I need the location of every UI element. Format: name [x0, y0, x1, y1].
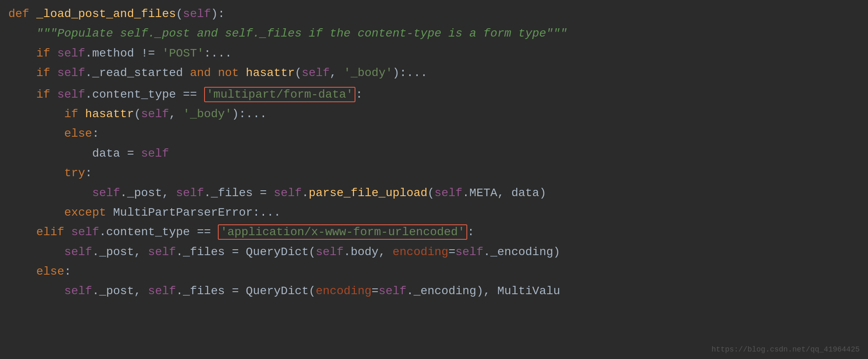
- line-content: else:: [8, 263, 868, 280]
- line-content: data = self: [8, 145, 868, 162]
- token-op: =: [449, 246, 456, 258]
- token-op: =: [372, 285, 379, 298]
- token-op: !=: [141, 47, 162, 60]
- token-kw: except: [64, 206, 113, 219]
- token-self-kw: self: [141, 147, 169, 160]
- code-line: """Populate self._post and self._files i…: [0, 24, 868, 43]
- line-content: """Populate self._post and self._files i…: [8, 25, 868, 42]
- token-var: _encoding: [491, 246, 553, 258]
- token-op: =: [232, 285, 246, 298]
- line-content: self._post, self._files = QueryDict(enco…: [8, 282, 868, 300]
- line-content: if self.content_type == 'multipart/form-…: [8, 86, 868, 103]
- token-punct: ): [553, 246, 560, 258]
- token-var: META: [469, 187, 497, 199]
- line-content: if self._read_started and not hasattr(se…: [8, 64, 868, 82]
- code-line: self._post, self._files = QueryDict(self…: [0, 242, 868, 262]
- token-punct: .: [407, 285, 414, 298]
- line-content: except MultiPartParserError:...: [8, 204, 868, 221]
- line-content: self._post, self._files = self.parse_fil…: [8, 184, 868, 202]
- token-punct: ):: [211, 7, 225, 20]
- token-var: content_type: [92, 88, 183, 101]
- token-param: encoding: [316, 285, 371, 298]
- token-op: ==: [183, 88, 204, 101]
- token-op: =: [127, 147, 141, 160]
- token-punct: .: [204, 187, 211, 199]
- token-self-kw: self: [64, 285, 92, 298]
- token-op: =: [232, 246, 246, 258]
- token-punct: .: [344, 246, 351, 258]
- token-var: _files: [183, 246, 232, 258]
- token-indent: [8, 127, 64, 140]
- token-self-kw: self: [183, 7, 211, 20]
- token-param: encoding: [392, 246, 448, 258]
- code-line: else:: [0, 262, 868, 281]
- token-var: data: [92, 147, 127, 160]
- token-kw: not: [218, 66, 246, 79]
- token-kw: else: [64, 127, 92, 140]
- token-fn: _load_post_and_files: [36, 7, 176, 20]
- token-op: ==: [197, 226, 218, 239]
- token-punct: :: [253, 206, 260, 219]
- token-punct: .: [85, 88, 92, 101]
- token-self-kw: self: [176, 187, 204, 199]
- token-punct: ,: [162, 187, 176, 199]
- token-self-kw: self: [57, 47, 85, 60]
- token-indent: [8, 167, 64, 180]
- token-punct: :: [355, 88, 362, 101]
- url-text: https://blog.csdn.net/qq_41964425: [712, 344, 860, 356]
- line-content: elif self.content_type == 'application/x…: [8, 223, 868, 241]
- token-fn: hasattr: [246, 66, 295, 79]
- token-self-kw: self: [57, 66, 85, 79]
- token-docstring: """Populate self._post and self._files i…: [36, 27, 567, 40]
- token-punct: .: [92, 285, 99, 298]
- token-var: body: [350, 246, 378, 258]
- token-indent: [8, 246, 64, 258]
- code-container: def _load_post_and_files(self): """Popul…: [0, 0, 868, 305]
- code-line: self._post, self._files = self.parse_fil…: [0, 183, 868, 203]
- token-fn: hasattr: [85, 108, 134, 120]
- token-kw: if: [36, 47, 57, 60]
- token-punct: .: [462, 187, 469, 199]
- token-self-kw: self: [141, 108, 169, 120]
- code-line: self._post, self._files = QueryDict(enco…: [0, 281, 868, 301]
- token-cls: QueryDict: [246, 246, 308, 258]
- token-indent: [8, 187, 92, 199]
- token-kw: elif: [36, 226, 71, 239]
- token-self-kw: self: [71, 226, 99, 239]
- token-var: method: [92, 47, 141, 60]
- token-ellipsis: ...: [407, 66, 427, 79]
- token-punct: (: [309, 285, 316, 298]
- token-punct: ):: [232, 108, 246, 120]
- token-self-kw: self: [92, 187, 120, 199]
- line-content: def _load_post_and_files(self):: [8, 5, 868, 23]
- token-indent: [8, 47, 36, 60]
- token-punct: :: [467, 226, 474, 239]
- token-op: =: [260, 187, 274, 199]
- token-indent: [8, 226, 36, 239]
- token-punct: .: [302, 187, 309, 199]
- token-indent: [8, 285, 64, 298]
- token-indent: [8, 27, 36, 40]
- token-kw: try: [64, 167, 85, 180]
- token-punct: ,: [497, 187, 511, 199]
- token-punct: ):: [392, 66, 407, 79]
- code-line: else:: [0, 124, 868, 143]
- token-punct: ,: [330, 66, 344, 79]
- token-self-kw: self: [148, 246, 176, 258]
- token-method: parse_file_upload: [309, 187, 428, 199]
- token-kw: else: [36, 265, 64, 278]
- line-content: if hasattr(self, '_body'):...: [8, 105, 868, 123]
- token-var: _encoding: [414, 285, 476, 298]
- token-var: _post: [99, 285, 134, 298]
- token-var: content_type: [106, 226, 197, 239]
- token-punct: .: [176, 246, 183, 258]
- code-line: if self._read_started and not hasattr(se…: [0, 63, 868, 83]
- token-kw: and: [190, 66, 218, 79]
- token-punct: ,: [134, 285, 148, 298]
- code-line: except MultiPartParserError:...: [0, 203, 868, 222]
- token-punct: ,: [134, 246, 148, 258]
- token-self-kw: self: [302, 66, 330, 79]
- token-indent: [8, 108, 64, 120]
- token-ellipsis: ...: [260, 206, 281, 219]
- token-ellipsis: ...: [211, 47, 232, 60]
